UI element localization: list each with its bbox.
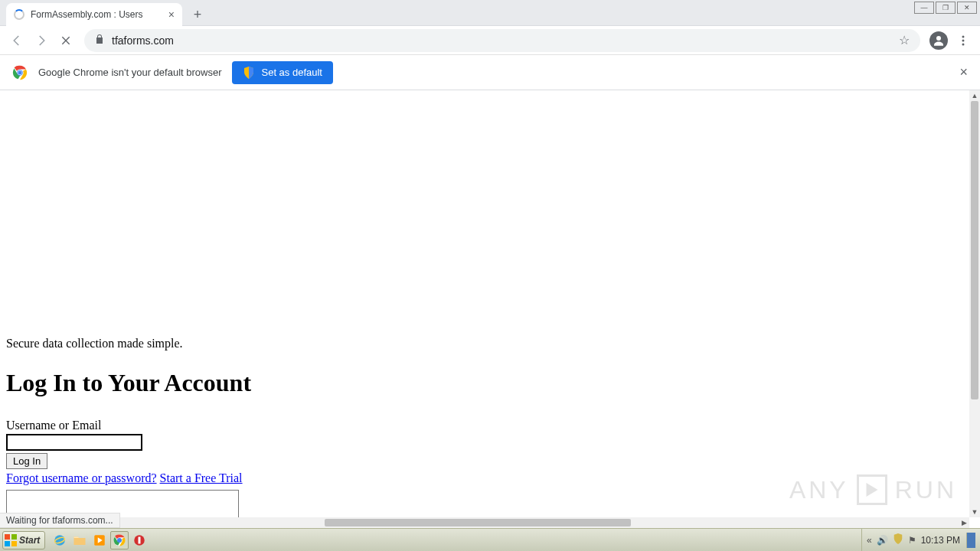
login-heading: Log In to Your Account [6, 369, 963, 397]
shield-icon [243, 67, 255, 79]
address-bar[interactable]: tfaforms.com ☆ [84, 29, 920, 52]
vertical-scrollbar[interactable]: ▲ ▼ [969, 90, 980, 517]
infobar-message: Google Chrome isn't your default browser [38, 67, 221, 78]
svg-point-16 [117, 538, 122, 543]
bookmark-star-icon[interactable]: ☆ [899, 33, 910, 47]
show-desktop-button[interactable] [966, 533, 975, 548]
svg-point-0 [936, 36, 941, 41]
loading-spinner-icon [14, 9, 24, 20]
set-default-label: Set as default [261, 67, 322, 78]
forward-button[interactable] [31, 30, 52, 51]
window-controls: — ❐ ✕ [914, 2, 977, 14]
chrome-menu-button[interactable] [952, 30, 974, 51]
svg-rect-11 [11, 541, 17, 546]
scroll-right-arrow-icon[interactable]: ▶ [959, 517, 969, 528]
flag-icon[interactable]: ⚑ [908, 535, 916, 546]
new-tab-button[interactable]: + [187, 4, 208, 25]
scroll-down-arrow-icon[interactable]: ▼ [969, 507, 980, 517]
infobar-close-icon[interactable]: × [959, 64, 968, 80]
svg-rect-9 [11, 534, 17, 540]
window-maximize-button[interactable]: ❐ [936, 2, 956, 14]
vertical-scroll-track[interactable] [969, 101, 980, 507]
start-button[interactable]: Start [2, 531, 45, 549]
quick-launch [51, 531, 149, 549]
window-minimize-button[interactable]: — [914, 2, 934, 14]
taskbar-stop-icon[interactable] [130, 531, 149, 549]
taskbar-chrome-icon[interactable] [110, 531, 129, 549]
tab-title: FormAssembly.com : Users [31, 9, 162, 20]
browser-toolbar: tfaforms.com ☆ [0, 26, 980, 55]
svg-rect-18 [139, 536, 141, 543]
tray-expand-icon[interactable]: « [867, 535, 872, 546]
horizontal-scrollbar[interactable]: ◀ ▶ [0, 517, 969, 528]
kebab-menu-icon [957, 34, 969, 47]
svg-rect-10 [5, 541, 10, 546]
svg-point-7 [18, 70, 22, 74]
close-icon [60, 34, 72, 47]
default-browser-infobar: Google Chrome isn't your default browser… [0, 55, 980, 90]
system-tray: « 🔊 ⚑ 10:13 PM [861, 529, 980, 551]
windows-taskbar: Start « 🔊 ⚑ 10:13 PM [0, 528, 980, 551]
svg-point-2 [962, 39, 965, 41]
svg-point-3 [962, 43, 965, 45]
arrow-left-icon [10, 34, 24, 47]
lock-icon [95, 34, 104, 47]
username-input[interactable] [6, 434, 142, 451]
back-button[interactable] [6, 30, 28, 51]
start-trial-link[interactable]: Start a Free Trial [160, 471, 243, 484]
login-button[interactable]: Log In [6, 453, 47, 469]
taskbar-clock[interactable]: 10:13 PM [921, 535, 960, 546]
login-links: Forgot username or password? Start a Fre… [6, 471, 963, 485]
volume-icon[interactable]: 🔊 [877, 535, 888, 546]
scroll-up-arrow-icon[interactable]: ▲ [969, 90, 980, 101]
arrow-right-icon [34, 34, 48, 47]
status-text: Waiting for tfaforms.com... [6, 515, 113, 526]
chrome-logo-icon [12, 65, 28, 80]
profile-button[interactable] [928, 30, 949, 51]
set-default-button[interactable]: Set as default [232, 61, 333, 84]
url-text: tfaforms.com [112, 34, 891, 47]
browser-tab[interactable]: FormAssembly.com : Users × [6, 3, 182, 26]
username-label: Username or Email [6, 419, 963, 432]
page-content: Secure data collection made simple. Log … [0, 90, 969, 517]
taskbar-explorer-icon[interactable] [70, 531, 89, 549]
taskbar-ie-icon[interactable] [51, 531, 69, 549]
horizontal-scroll-track[interactable] [11, 517, 959, 528]
stop-button[interactable] [55, 30, 77, 51]
window-close-button[interactable]: ✕ [957, 2, 977, 14]
forgot-password-link[interactable]: Forgot username or password? [6, 471, 157, 484]
windows-logo-icon [5, 534, 17, 546]
svg-rect-8 [5, 534, 10, 540]
horizontal-scroll-thumb[interactable] [325, 519, 631, 527]
browser-tab-strip-area: — ❐ ✕ FormAssembly.com : Users × + [0, 0, 980, 26]
taskbar-media-icon[interactable] [90, 531, 109, 549]
start-label: Start [19, 535, 40, 546]
avatar-icon [929, 31, 948, 50]
tab-strip: FormAssembly.com : Users × + [6, 3, 208, 26]
tab-close-icon[interactable]: × [168, 8, 175, 21]
svg-point-1 [962, 35, 965, 37]
tagline-text: Secure data collection made simple. [6, 337, 963, 350]
tray-shield-icon[interactable] [893, 533, 903, 546]
vertical-scroll-thumb[interactable] [971, 101, 978, 399]
page-viewport: Secure data collection made simple. Log … [0, 90, 969, 517]
browser-status-bar: Waiting for tfaforms.com... [0, 513, 120, 528]
